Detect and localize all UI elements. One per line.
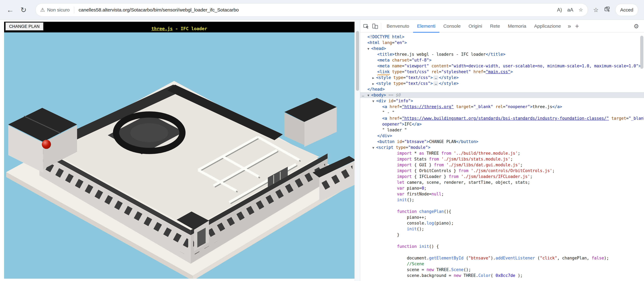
dom-line[interactable]: ▶ <style type="text/css">…</style> xyxy=(360,81,644,86)
dom-line[interactable] xyxy=(360,203,644,209)
dom-line[interactable]: import { IFCLoader } from './jsm/loaders… xyxy=(360,174,644,180)
url-text[interactable]: canelles58.altervista.org/Sotacarbo/bim/… xyxy=(79,7,552,12)
dom-line[interactable]: " - " xyxy=(360,110,644,115)
inspect-element-icon[interactable] xyxy=(362,22,370,31)
dom-line[interactable]: var piano=0; xyxy=(360,185,644,191)
page-scrollbar-thumb[interactable] xyxy=(356,31,359,91)
dom-line[interactable]: init(); xyxy=(360,197,644,203)
collections-icon[interactable] xyxy=(604,6,610,14)
dom-line[interactable]: oopener">IFC</a> xyxy=(360,121,644,127)
address-bar[interactable]: ⚠ Non sicuro canelles58.altervista.org/S… xyxy=(36,3,588,16)
favorites-icon[interactable]: ☆ xyxy=(593,6,599,13)
dom-line[interactable]: ▼ <head> xyxy=(360,46,644,51)
dom-line[interactable]: ▶ <style type="text/css">…</style> xyxy=(360,75,644,81)
dom-tree: <!DOCTYPE html><html lang="en">▼ <head> … xyxy=(360,33,644,281)
dom-line[interactable]: function init() { xyxy=(360,244,644,249)
dom-line[interactable]: <button id="btnsave">CHANGE PLAN</button… xyxy=(360,139,644,145)
dom-line[interactable]: //Scene xyxy=(360,261,644,267)
page-title: three.js - IFC loader xyxy=(4,26,354,31)
dom-line[interactable]: function changePlan(){ xyxy=(360,209,644,215)
dom-line[interactable]: piano++; xyxy=(360,215,644,220)
page-info-bar: CHANGE PLAN three.js - IFC loader xyxy=(4,22,354,32)
dom-line[interactable]: let camera, scene, renderer, startTime, … xyxy=(360,180,644,185)
dom-line[interactable]: import { GUI } from './jsm/libs/dat.gui.… xyxy=(360,162,644,168)
read-aloud-icon[interactable]: A) xyxy=(557,7,562,13)
refresh-icon[interactable]: ↻ xyxy=(20,6,26,13)
dom-line[interactable]: …▼ <body> == $0 xyxy=(360,92,644,98)
devtools-toolbar: BenvenutoElementiConsoleOriginiReteMemor… xyxy=(360,20,644,32)
sensor-marker[interactable] xyxy=(42,140,51,149)
page-title-suffix: - IFC loader xyxy=(173,26,207,31)
devtools-panel: BenvenutoElementiConsoleOriginiReteMemor… xyxy=(360,20,644,281)
add-favorite-icon[interactable]: ☆ xyxy=(579,7,583,13)
dom-line[interactable]: } xyxy=(360,232,644,238)
dom-line[interactable]: console.log(piano); xyxy=(360,220,644,226)
translate-icon[interactable]: aA xyxy=(567,7,573,13)
dom-line[interactable] xyxy=(360,238,644,244)
dom-line[interactable]: import Stats from './jsm/libs/stats.modu… xyxy=(360,156,644,162)
tab-console[interactable]: Console xyxy=(439,20,464,32)
dom-line[interactable]: ▼ <div id="info"> xyxy=(360,98,644,104)
dom-line[interactable]: <link type="text/css" rel="stylesheet" h… xyxy=(360,69,644,75)
devtools-scrollbar-thumb[interactable] xyxy=(640,36,643,69)
signin-label: Acced xyxy=(620,7,633,12)
dom-line[interactable]: import * as THREE from '../build/three.m… xyxy=(360,150,644,156)
dom-line[interactable]: var firstNode=null; xyxy=(360,191,644,197)
webgl-page: CHANGE PLAN three.js - IFC loader xyxy=(0,20,355,281)
security-label[interactable]: Non sicuro xyxy=(47,7,70,12)
dom-line[interactable]: scene.background = new THREE.Color( 0x8c… xyxy=(360,273,644,279)
dom-line[interactable]: <!DOCTYPE html> xyxy=(360,34,644,40)
tab-origini[interactable]: Origini xyxy=(464,20,486,32)
dom-line[interactable]: init(); xyxy=(360,226,644,232)
dom-line[interactable]: <a href="https://threejs.org" target="_b… xyxy=(360,104,644,110)
browser-toolbar: ← ↻ ⚠ Non sicuro canelles58.altervista.o… xyxy=(0,0,644,20)
device-toolbar-icon[interactable] xyxy=(370,22,380,31)
dom-line[interactable]: document.getElementById ("btnsave").addE… xyxy=(360,255,644,261)
dom-line[interactable] xyxy=(360,249,644,255)
ifc-building-model xyxy=(4,32,354,279)
more-tabs-icon[interactable]: » xyxy=(568,23,571,29)
settings-gear-icon[interactable]: ⚙ xyxy=(634,23,639,30)
tab-memoria[interactable]: Memoria xyxy=(504,20,530,32)
dom-line[interactable]: ▼ <script type="module"> xyxy=(360,145,644,150)
dom-line[interactable]: import { OrbitControls } from './jsm/con… xyxy=(360,168,644,174)
threejs-link[interactable]: three.js xyxy=(152,26,173,31)
dom-line[interactable]: <meta name="viewport" content="width=dev… xyxy=(360,63,644,69)
add-tab-icon[interactable]: + xyxy=(575,22,579,30)
tab-rete[interactable]: Rete xyxy=(486,20,504,32)
collections-glyph xyxy=(604,6,610,12)
dom-line[interactable]: scene = new THREE.Scene(); xyxy=(360,267,644,273)
browser-window: ← ↻ ⚠ Non sicuro canelles58.altervista.o… xyxy=(0,0,644,281)
dom-line[interactable]: </head> xyxy=(360,86,644,92)
page-scrollbar[interactable] xyxy=(355,20,360,281)
tab-benvenuto[interactable]: Benvenuto xyxy=(383,20,413,32)
devtools-tabs: BenvenutoElementiConsoleOriginiReteMemor… xyxy=(383,20,565,32)
back-icon[interactable]: ← xyxy=(6,6,14,13)
webgl-canvas[interactable] xyxy=(4,32,354,279)
dom-line[interactable]: <a href="https://www.buildingsmart.org/s… xyxy=(360,115,644,121)
signin-button[interactable]: Acced xyxy=(615,4,638,16)
dom-line[interactable]: <title>three.js webgl - loaders - IFC lo… xyxy=(360,51,644,57)
tab-applicazione[interactable]: Applicazione xyxy=(530,20,565,32)
dom-line[interactable]: <html lang="en"> xyxy=(360,40,644,46)
dom-line[interactable]: </div> xyxy=(360,133,644,139)
security-warning-icon[interactable]: ⚠ xyxy=(40,7,45,13)
dom-line[interactable]: <meta charset="utf-8"> xyxy=(360,57,644,63)
tab-elementi[interactable]: Elementi xyxy=(413,20,439,32)
dom-line[interactable]: " loader " xyxy=(360,127,644,133)
